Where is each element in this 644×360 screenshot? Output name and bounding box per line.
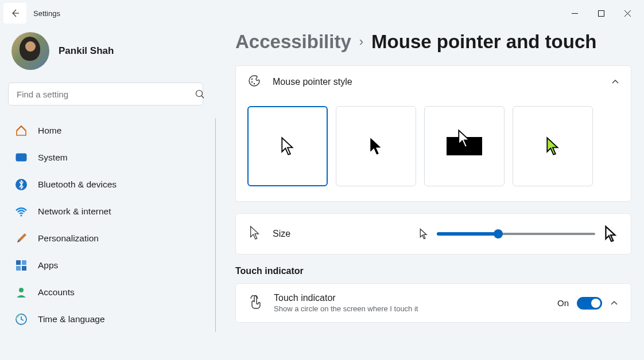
- svg-rect-9: [22, 266, 26, 271]
- nav-label: Apps: [38, 260, 58, 271]
- touch-subtitle: Show a circle on the screen where I touc…: [274, 304, 418, 313]
- card-title: Mouse pointer style: [273, 77, 352, 87]
- svg-rect-2: [16, 154, 26, 161]
- chevron-up-icon[interactable]: [610, 299, 618, 307]
- minimize-button[interactable]: [561, 4, 588, 22]
- svg-point-12: [251, 79, 253, 80]
- nav-item-bluetooth[interactable]: Bluetooth & devices: [8, 172, 210, 197]
- brush-icon: [15, 232, 28, 245]
- nav-label: System: [38, 152, 68, 163]
- size-label: Size: [273, 229, 290, 239]
- app-title: Settings: [33, 9, 60, 18]
- svg-point-5: [20, 214, 22, 216]
- cursor-small-icon: [418, 228, 429, 240]
- size-slider-group: [418, 225, 618, 242]
- back-button[interactable]: [3, 3, 26, 24]
- search-input[interactable]: [8, 83, 203, 105]
- wifi-icon: [15, 205, 28, 218]
- user-name: Pankil Shah: [59, 45, 114, 57]
- pointer-style-inverted[interactable]: [424, 106, 505, 186]
- clock-icon: [15, 313, 28, 326]
- nav: Home System Bluetooth & devices Network …: [8, 118, 215, 332]
- svg-rect-7: [22, 260, 26, 265]
- size-slider[interactable]: [437, 232, 595, 236]
- main: Accessibility › Mouse pointer and touch …: [215, 26, 644, 360]
- svg-point-14: [254, 83, 255, 84]
- nav-label: Accounts: [38, 287, 75, 298]
- maximize-button[interactable]: [588, 4, 614, 22]
- profile[interactable]: Pankil Shah: [8, 26, 215, 83]
- nav-label: Home: [38, 126, 61, 136]
- window-controls: [561, 4, 641, 22]
- bluetooth-icon: [15, 178, 28, 191]
- arrow-left-icon: [10, 9, 20, 18]
- pointer-style-options: [236, 98, 631, 201]
- cursor-black-icon: [367, 136, 385, 156]
- nav-label: Time & language: [38, 314, 105, 324]
- svg-point-13: [251, 81, 253, 83]
- breadcrumb-current: Mouse pointer and touch: [371, 31, 596, 53]
- cursor-large-icon: [603, 225, 618, 242]
- nav-item-personalization[interactable]: Personalization: [8, 226, 210, 251]
- search: [8, 83, 211, 105]
- pointer-style-card: Mouse pointer style: [235, 65, 631, 202]
- svg-rect-8: [16, 266, 21, 271]
- toggle-state-label: On: [557, 298, 569, 308]
- close-button[interactable]: [614, 4, 641, 22]
- breadcrumb: Accessibility › Mouse pointer and touch: [235, 31, 631, 53]
- system-icon: [15, 151, 28, 164]
- nav-item-network[interactable]: Network & internet: [8, 199, 210, 224]
- slider-thumb[interactable]: [494, 229, 503, 238]
- chevron-up-icon: [611, 78, 619, 86]
- svg-point-10: [19, 288, 24, 292]
- person-icon: [15, 286, 28, 299]
- home-icon: [15, 124, 28, 137]
- nav-label: Bluetooth & devices: [38, 179, 117, 190]
- pointer-style-black[interactable]: [336, 106, 416, 186]
- cursor-icon: [249, 225, 261, 242]
- chevron-right-icon: ›: [359, 34, 363, 49]
- cursor-color-icon: [544, 136, 561, 156]
- sidebar: Pankil Shah Home System Bluetooth & devi…: [8, 26, 215, 360]
- titlebar: Settings: [0, 0, 644, 26]
- touch-section-title: Touch indicator: [235, 266, 631, 276]
- card-header[interactable]: Mouse pointer style: [236, 66, 631, 98]
- svg-rect-0: [598, 10, 604, 16]
- touch-title: Touch indicator: [274, 293, 418, 303]
- svg-point-1: [196, 91, 203, 97]
- cursor-white-icon: [279, 136, 296, 156]
- nav-item-accounts[interactable]: Accounts: [8, 280, 210, 305]
- pointer-style-custom[interactable]: [513, 106, 593, 186]
- touch-indicator-card: Touch indicator Show a circle on the scr…: [235, 283, 631, 323]
- cursor-inverted-icon: [447, 137, 482, 155]
- nav-separator: [215, 118, 216, 332]
- nav-item-apps[interactable]: Apps: [8, 253, 210, 278]
- nav-item-system[interactable]: System: [8, 145, 210, 170]
- touch-toggle[interactable]: [577, 297, 602, 310]
- palette-icon: [247, 74, 261, 90]
- apps-icon: [15, 259, 28, 272]
- pointer-size-card: Size: [235, 213, 631, 255]
- touch-icon: [249, 295, 262, 311]
- nav-label: Personalization: [38, 233, 99, 244]
- avatar: [11, 32, 49, 70]
- breadcrumb-parent[interactable]: Accessibility: [235, 31, 351, 53]
- search-icon: [195, 89, 204, 99]
- svg-rect-6: [16, 260, 21, 265]
- nav-item-home[interactable]: Home: [8, 118, 210, 143]
- pointer-style-white[interactable]: [247, 106, 328, 186]
- nav-item-time[interactable]: Time & language: [8, 307, 210, 332]
- nav-label: Network & internet: [38, 206, 111, 217]
